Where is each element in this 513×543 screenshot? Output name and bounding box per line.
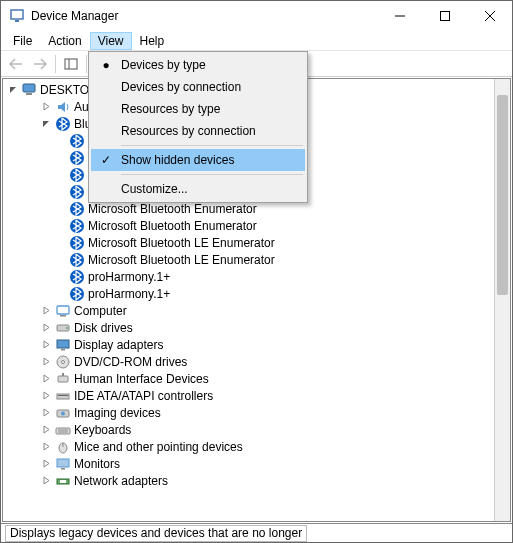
status-text: Displays legacy devices and devices that…	[5, 525, 307, 542]
bluetooth-icon	[55, 116, 71, 132]
vertical-scrollbar[interactable]	[494, 79, 510, 521]
tree-node[interactable]: Microsoft Bluetooth Enumerator	[3, 217, 494, 234]
node-label: Human Interface Devices	[74, 372, 209, 386]
tree-node[interactable]: Microsoft Bluetooth LE Enumerator	[3, 234, 494, 251]
menu-item-label: Show hidden devices	[121, 153, 234, 167]
node-label: Microsoft Bluetooth LE Enumerator	[88, 236, 275, 250]
menu-item-label: Devices by type	[121, 58, 206, 72]
node-label: IDE ATA/ATAPI controllers	[74, 389, 213, 403]
network-icon	[55, 473, 71, 489]
tree-node[interactable]: proHarmony.1+	[3, 268, 494, 285]
svg-rect-10	[23, 84, 35, 92]
svg-point-26	[66, 327, 68, 329]
view-menu-dropdown: ● Devices by type Devices by connection …	[88, 51, 308, 203]
menu-action[interactable]: Action	[40, 32, 89, 50]
window-controls	[377, 1, 512, 31]
node-label: DVD/CD-ROM drives	[74, 355, 187, 369]
svg-rect-28	[61, 349, 65, 351]
menu-file[interactable]: File	[5, 32, 40, 50]
node-label: Computer	[74, 304, 127, 318]
expander-icon[interactable]	[39, 339, 53, 351]
monitor-icon	[55, 456, 71, 472]
bt-dev-icon	[69, 133, 85, 149]
show-console-tree-button[interactable]	[60, 53, 82, 75]
tree-node[interactable]: Disk drives	[3, 319, 494, 336]
ide-icon	[55, 388, 71, 404]
titlebar: Device Manager	[1, 1, 512, 31]
tree-node[interactable]: Imaging devices	[3, 404, 494, 421]
maximize-button[interactable]	[422, 1, 467, 31]
node-label: Imaging devices	[74, 406, 161, 420]
tree-node[interactable]: IDE ATA/ATAPI controllers	[3, 387, 494, 404]
tree-node[interactable]: proHarmony.1+	[3, 285, 494, 302]
node-label: proHarmony.1+	[88, 270, 170, 284]
expander-icon[interactable]	[39, 458, 53, 470]
menubar: File Action View Help	[1, 31, 512, 51]
menu-view[interactable]: View	[90, 32, 132, 50]
expander-icon[interactable]	[39, 475, 53, 487]
statusbar: Displays legacy devices and devices that…	[1, 523, 512, 542]
disk-icon	[55, 320, 71, 336]
tree-node[interactable]: Network adapters	[3, 472, 494, 489]
tree-node[interactable]: Mice and other pointing devices	[3, 438, 494, 455]
expander-icon[interactable]	[39, 305, 53, 317]
node-label: DESKTO	[40, 83, 89, 97]
node-label: Microsoft Bluetooth Enumerator	[88, 202, 257, 216]
bt-dev-icon	[69, 286, 85, 302]
display-icon	[55, 337, 71, 353]
nav-forward-button[interactable]	[29, 53, 51, 75]
expander-icon[interactable]	[39, 390, 53, 402]
svg-rect-45	[60, 480, 66, 483]
tree-node[interactable]: Computer	[3, 302, 494, 319]
minimize-button[interactable]	[377, 1, 422, 31]
menu-item[interactable]: Devices by connection	[91, 76, 305, 98]
expander-icon[interactable]	[39, 441, 53, 453]
expander-icon[interactable]	[39, 373, 53, 385]
svg-rect-1	[15, 20, 19, 22]
nav-back-button[interactable]	[5, 53, 27, 75]
menu-item[interactable]: Resources by type	[91, 98, 305, 120]
menu-item[interactable]: ✓ Show hidden devices	[91, 149, 305, 171]
menu-item[interactable]: Customize...	[91, 178, 305, 200]
menu-mark-icon: ●	[99, 58, 113, 72]
bt-dev-icon	[69, 167, 85, 183]
svg-point-30	[62, 360, 65, 363]
node-label: Monitors	[74, 457, 120, 471]
window-title: Device Manager	[31, 9, 377, 23]
imaging-icon	[55, 405, 71, 421]
close-button[interactable]	[467, 1, 512, 31]
expander-icon[interactable]	[39, 322, 53, 334]
computer-icon	[21, 82, 37, 98]
toolbar-separator	[86, 55, 87, 73]
dvd-icon	[55, 354, 71, 370]
expander-icon[interactable]	[39, 424, 53, 436]
node-label: Disk drives	[74, 321, 133, 335]
menu-item[interactable]: Resources by connection	[91, 120, 305, 142]
bt-dev-icon	[69, 269, 85, 285]
toolbar-separator	[55, 55, 56, 73]
node-label: Keyboards	[74, 423, 131, 437]
svg-rect-24	[60, 315, 66, 317]
expander-icon[interactable]	[39, 407, 53, 419]
tree-node[interactable]: DVD/CD-ROM drives	[3, 353, 494, 370]
tree-node[interactable]: Monitors	[3, 455, 494, 472]
menu-separator	[121, 145, 303, 146]
expander-icon[interactable]	[39, 356, 53, 368]
expander-icon[interactable]	[7, 84, 19, 96]
tree-node[interactable]: Human Interface Devices	[3, 370, 494, 387]
svg-rect-0	[11, 10, 23, 19]
svg-rect-11	[26, 93, 32, 95]
menu-help[interactable]: Help	[132, 32, 173, 50]
menu-item-label: Resources by connection	[121, 124, 256, 138]
svg-rect-6	[65, 59, 77, 69]
expander-icon[interactable]	[39, 118, 53, 130]
expander-icon[interactable]	[39, 101, 53, 113]
tree-node[interactable]: Microsoft Bluetooth LE Enumerator	[3, 251, 494, 268]
menu-item[interactable]: ● Devices by type	[91, 54, 305, 76]
bt-dev-icon	[69, 184, 85, 200]
audio-icon	[55, 99, 71, 115]
tree-node[interactable]: Display adapters	[3, 336, 494, 353]
menu-mark-icon: ✓	[99, 153, 113, 167]
node-label: Microsoft Bluetooth LE Enumerator	[88, 253, 275, 267]
tree-node[interactable]: Keyboards	[3, 421, 494, 438]
